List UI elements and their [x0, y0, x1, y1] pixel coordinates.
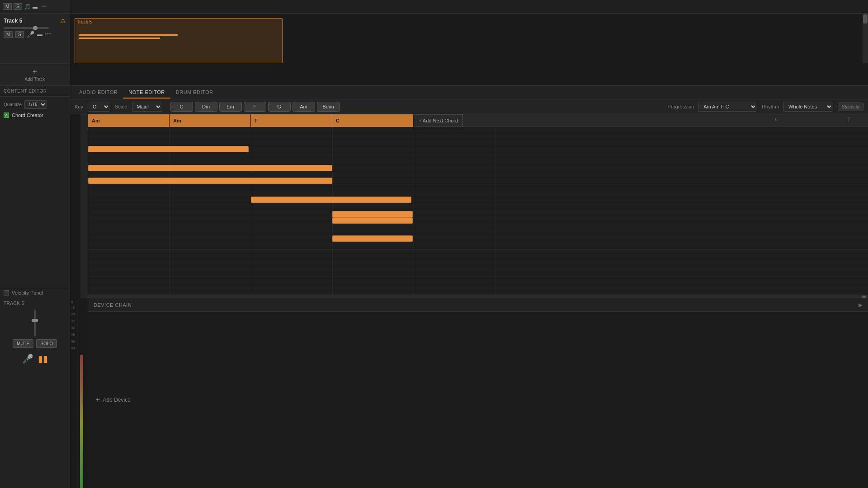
key-select[interactable]: CDEFGAB	[88, 102, 110, 112]
track5-volume-slider[interactable]	[4, 27, 49, 29]
chord-creator-checkbox[interactable]: ✓	[4, 113, 9, 118]
track5-bottom-panel: TRACK 5 MUTE SOLO 🎤 ▮▮	[0, 298, 70, 488]
chord-btn-G[interactable]: G	[268, 102, 291, 112]
note-block-7[interactable]	[332, 235, 413, 242]
waveform-line1	[79, 34, 178, 36]
velocity-panel-row: Velocity Panel	[0, 287, 70, 298]
key-label: Key	[75, 104, 83, 109]
m-button-top[interactable]: M	[3, 3, 12, 10]
track5-m-button[interactable]: M	[4, 31, 13, 38]
chord-creator-row: ✓ Chord Creator	[0, 111, 70, 120]
add-track-label: Add Track	[24, 77, 45, 82]
velocity-panel-checkbox[interactable]	[4, 290, 9, 296]
fader-num-48: 48	[70, 331, 79, 338]
fader-num-16: 16	[70, 304, 79, 311]
s-button-top[interactable]: S	[14, 3, 22, 10]
track5-bars-icon: ▬	[37, 31, 42, 38]
track5-bottom-label: TRACK 5	[4, 301, 66, 306]
left-sidebar: CONTENT EDITOR Quantize 1/16 1/4 1/8 1/3…	[0, 86, 70, 298]
piano-stripes	[70, 114, 88, 298]
fader-num-24: 24	[70, 311, 79, 318]
quantize-label: Quantize	[4, 102, 22, 107]
note-block-5[interactable]	[332, 211, 413, 217]
add-device-plus-icon: +	[95, 395, 100, 405]
measure-7: 7	[847, 117, 850, 122]
chord-btn-Em[interactable]: Em	[219, 102, 242, 112]
add-track-plus-icon: +	[33, 67, 38, 77]
track5-block-label: Track 5	[75, 19, 282, 25]
piano-gradient	[70, 114, 88, 298]
waveform-line2	[79, 38, 160, 39]
quantize-select[interactable]: 1/16 1/4 1/8 1/32	[24, 100, 47, 109]
chord-btn-C[interactable]: C	[170, 102, 193, 112]
fader-num-64: 64	[70, 345, 79, 352]
tab-audio-editor[interactable]: AUDIO EDITOR	[74, 87, 123, 99]
bars-icon: ▬	[33, 4, 38, 9]
chord-Am-1[interactable]: Am	[88, 114, 170, 127]
scrollbar-v-thumb	[863, 14, 868, 23]
device-chain-title: DEVICE CHAIN	[94, 302, 132, 308]
tab-note-editor[interactable]: NOTE EDITOR	[123, 87, 170, 99]
fader-numbers-strip: 8 16 24 32 40 48 56 64	[70, 298, 79, 488]
staccato-toggle[interactable]: Staccato	[838, 103, 863, 111]
track5-title: Track 5	[4, 18, 22, 24]
add-device-button[interactable]: + Add Device	[95, 395, 131, 405]
note-block-4[interactable]	[251, 197, 411, 203]
chord-btn-Bdim[interactable]: Bdim	[317, 102, 340, 112]
tab-drum-editor[interactable]: DRUM EDITOR	[170, 87, 219, 99]
fader-thumb	[32, 319, 38, 322]
progression-label: Progression	[667, 104, 694, 109]
editor-tabs: AUDIO EDITOR NOTE EDITOR DRUM EDITOR	[70, 86, 868, 99]
track5-fader[interactable]	[34, 310, 36, 337]
chord-btn-F[interactable]: F	[244, 102, 266, 112]
piano-keys-column: C3 C4	[70, 114, 88, 298]
volume-meter	[79, 298, 88, 488]
note-block-1[interactable]	[88, 146, 249, 152]
device-chain-expand-icon[interactable]: ▶	[859, 302, 863, 308]
record-icon[interactable]: 🎤	[22, 353, 33, 364]
timeline-area: Track 5	[70, 14, 868, 63]
sidebar-spacer	[0, 120, 70, 287]
bars-icon-bottom[interactable]: ▮▮	[38, 353, 48, 364]
chord-btn-Dm[interactable]: Dm	[195, 102, 217, 112]
fader-num-8: 8	[70, 300, 79, 304]
quantize-row: Quantize 1/16 1/4 1/8 1/32	[0, 97, 70, 111]
notes-area	[88, 127, 868, 295]
warning-icon: ⚠	[60, 17, 66, 24]
progression-select[interactable]: Am Am F C C G Am F I IV V I	[698, 102, 757, 112]
note-block-2[interactable]	[88, 165, 332, 171]
chord-controls-bar: Key CDEFGAB Scale MajorMinorDorian C Dm …	[70, 99, 868, 114]
piano-roll-scrollbar-h[interactable]	[88, 295, 868, 298]
device-chain-header: DEVICE CHAIN ▶	[88, 298, 868, 312]
track5-record-icon[interactable]: 🎤	[27, 31, 34, 38]
mute-solo-buttons: MUTE SOLO	[13, 339, 57, 348]
add-track-area[interactable]: + Add Track	[0, 63, 70, 85]
chord-C[interactable]: C	[332, 114, 414, 127]
chord-F[interactable]: F	[251, 114, 332, 127]
cursor-indicator	[486, 276, 491, 284]
track5-volume-thumb	[33, 26, 38, 30]
add-next-chord-btn[interactable]: + Add Next Chord	[414, 114, 463, 127]
note-block-6[interactable]	[332, 217, 413, 224]
note-block-3[interactable]	[88, 178, 332, 184]
vline-5	[495, 127, 495, 295]
track5-fader-area: MUTE SOLO 🎤 ▮▮	[4, 310, 66, 364]
rhythm-select[interactable]: Whole Notes Half Notes Quarter Notes	[783, 102, 833, 112]
chord-Am-2[interactable]: Am	[170, 114, 251, 127]
c3-line	[88, 249, 868, 249]
fader-num-32: 32	[70, 318, 79, 324]
scale-select[interactable]: MajorMinorDorian	[132, 102, 162, 112]
mute-button[interactable]: MUTE	[13, 339, 33, 348]
scrollbar-h-thumb	[862, 296, 866, 298]
device-chain-panel: DEVICE CHAIN ▶ + Add Device	[88, 298, 868, 488]
solo-button[interactable]: SOLO	[36, 339, 57, 348]
automation-icon: 〰	[41, 4, 47, 10]
track5-block[interactable]: Track 5	[75, 18, 283, 63]
track5-s-button[interactable]: S	[15, 31, 24, 38]
rhythm-label: Rhythm	[762, 104, 779, 109]
chord-btn-Am[interactable]: Am	[292, 102, 315, 112]
piano-roll-wrapper: C3 C4	[70, 114, 868, 298]
velocity-panel-label: Velocity Panel	[12, 290, 43, 296]
device-chain-body: + Add Device	[88, 312, 868, 488]
timeline-scrollbar-v[interactable]	[863, 14, 868, 63]
